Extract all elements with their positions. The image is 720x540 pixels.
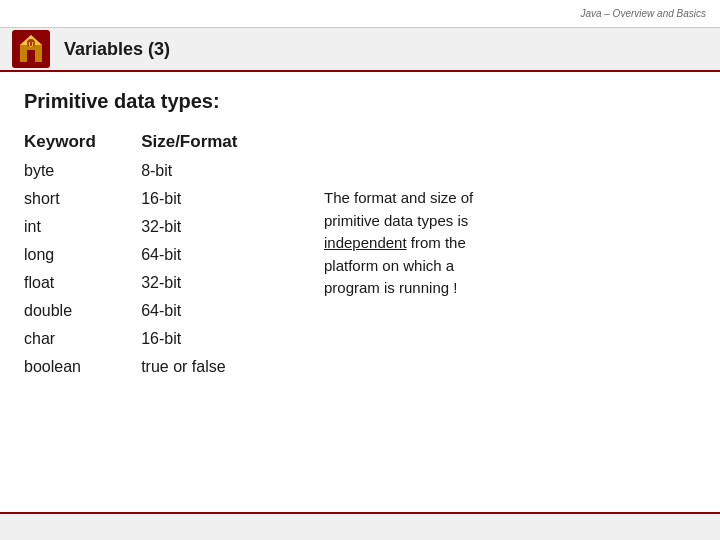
table-area: Keyword Size/Format byte8-bitshort16-bit…	[24, 127, 284, 381]
slide-header: U Variables (3)	[0, 28, 720, 72]
keyword-cell: byte	[24, 157, 141, 185]
section-title: Primitive data types:	[24, 90, 696, 113]
table-row: short16-bit	[24, 185, 284, 213]
size-cell: true or false	[141, 353, 284, 381]
table-row: byte8-bit	[24, 157, 284, 185]
top-bar-title: Java – Overview and Basics	[580, 8, 706, 19]
keyword-cell: char	[24, 325, 141, 353]
side-note: The format and size of primitive data ty…	[324, 127, 696, 300]
logo-area: U	[8, 31, 54, 67]
keyword-cell: double	[24, 297, 141, 325]
col-keyword: Keyword	[24, 127, 141, 157]
size-cell: 16-bit	[141, 325, 284, 353]
keyword-cell: boolean	[24, 353, 141, 381]
keyword-cell: short	[24, 185, 141, 213]
note-box: The format and size of primitive data ty…	[324, 187, 473, 300]
table-row: float32-bit	[24, 269, 284, 297]
table-row: double64-bit	[24, 297, 284, 325]
main-content: Primitive data types: Keyword Size/Forma…	[0, 72, 720, 512]
top-bar: Java – Overview and Basics	[0, 0, 720, 28]
size-cell: 32-bit	[141, 213, 284, 241]
svg-rect-3	[27, 50, 35, 62]
table-row: long64-bit	[24, 241, 284, 269]
size-cell: 64-bit	[141, 297, 284, 325]
university-logo: U	[12, 30, 50, 68]
svg-text:U: U	[28, 41, 33, 48]
keyword-cell: float	[24, 269, 141, 297]
data-types-table: Keyword Size/Format byte8-bitshort16-bit…	[24, 127, 284, 381]
size-cell: 8-bit	[141, 157, 284, 185]
content-row: Keyword Size/Format byte8-bitshort16-bit…	[24, 127, 696, 381]
table-row: int32-bit	[24, 213, 284, 241]
table-row: booleantrue or false	[24, 353, 284, 381]
table-row: char16-bit	[24, 325, 284, 353]
slide-title: Variables (3)	[64, 39, 170, 60]
bottom-bar	[0, 512, 720, 540]
size-cell: 64-bit	[141, 241, 284, 269]
keyword-cell: long	[24, 241, 141, 269]
keyword-cell: int	[24, 213, 141, 241]
size-cell: 16-bit	[141, 185, 284, 213]
size-cell: 32-bit	[141, 269, 284, 297]
independent-text: independent	[324, 234, 407, 251]
col-size: Size/Format	[141, 127, 284, 157]
